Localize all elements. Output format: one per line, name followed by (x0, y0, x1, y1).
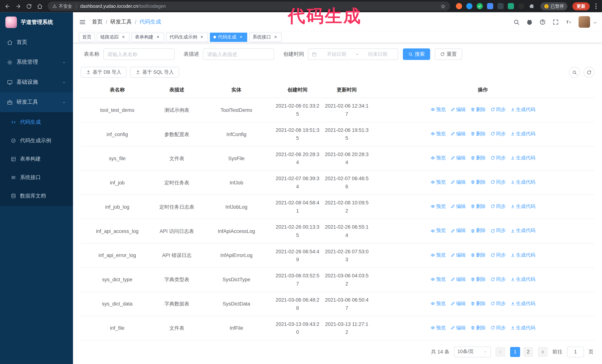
browser-reload-button[interactable] (26, 3, 32, 9)
github-button[interactable] (526, 19, 533, 25)
security-label[interactable]: 不安全 (59, 3, 72, 9)
preview-action[interactable]: 预览 (430, 227, 446, 235)
generate-code-action[interactable]: 生成代码 (510, 106, 535, 114)
edit-action[interactable]: 编辑 (450, 178, 466, 186)
delete-action[interactable]: 删除 (470, 154, 486, 162)
sync-action[interactable]: 同步 (490, 300, 506, 307)
verified-extension-icon[interactable] (476, 3, 483, 9)
create-time-range-picker[interactable]: 开始日期 - 结束日期 (308, 48, 398, 60)
preview-action[interactable]: 预览 (430, 130, 446, 138)
generate-code-action[interactable]: 生成代码 (510, 130, 535, 138)
sidebar-subitem-codegen-example[interactable]: 代码生成示例 (0, 131, 73, 150)
delete-action[interactable]: 删除 (470, 106, 486, 114)
tab-home[interactable]: 首页 (79, 32, 95, 42)
table-name-input[interactable] (103, 48, 174, 60)
goto-page-input[interactable] (567, 347, 584, 357)
delete-action[interactable]: 删除 (470, 324, 486, 332)
toggle-search-button[interactable] (569, 67, 580, 78)
generate-code-action[interactable]: 生成代码 (510, 300, 535, 307)
edit-action[interactable]: 编辑 (450, 324, 466, 332)
page-button-2[interactable]: 2 (523, 347, 533, 357)
tab-close-icon[interactable]: × (199, 34, 204, 40)
generate-code-action[interactable]: 生成代码 (510, 154, 535, 162)
sidebar-subitem-form-builder[interactable]: 表单构建 (0, 150, 73, 168)
sidebar-subitem-system-api[interactable]: 系统接口 (0, 168, 73, 187)
tab-close-icon[interactable]: × (238, 34, 244, 40)
generate-code-action[interactable]: 生成代码 (510, 227, 535, 235)
sync-action[interactable]: 同步 (490, 106, 506, 114)
sidebar-toggle-button[interactable] (79, 18, 86, 26)
sync-action[interactable]: 同步 (490, 251, 506, 259)
sidebar-subitem-codegen[interactable]: 代码生成 (0, 113, 73, 131)
import-sql-button[interactable]: 基于 SQL 导入 (130, 67, 179, 78)
delete-action[interactable]: 删除 (470, 203, 486, 210)
preview-action[interactable]: 预览 (430, 300, 446, 307)
reset-button[interactable]: 重置 (435, 48, 462, 60)
delete-action[interactable]: 删除 (470, 178, 486, 186)
app-logo[interactable]: 芋道管理系统 (0, 12, 73, 32)
tab-trace[interactable]: 链路追踪× (97, 32, 129, 42)
delete-action[interactable]: 删除 (470, 300, 486, 307)
sync-action[interactable]: 同步 (490, 324, 506, 332)
delete-action[interactable]: 删除 (470, 227, 486, 235)
sync-action[interactable]: 同步 (490, 130, 506, 138)
edit-action[interactable]: 编辑 (450, 251, 466, 259)
generate-code-action[interactable]: 生成代码 (510, 275, 535, 283)
edit-action[interactable]: 编辑 (450, 106, 466, 114)
page-button-1[interactable]: 1 (510, 347, 520, 357)
preview-action[interactable]: 预览 (430, 106, 446, 114)
edit-action[interactable]: 编辑 (450, 300, 466, 307)
prev-page-button[interactable] (495, 347, 505, 357)
sidebar-item-system[interactable]: 系统管理 (0, 52, 73, 72)
generate-code-action[interactable]: 生成代码 (510, 203, 535, 210)
preview-action[interactable]: 预览 (430, 275, 446, 283)
breadcrumb-item[interactable]: 首页 (92, 19, 103, 25)
generate-code-action[interactable]: 生成代码 (510, 178, 535, 186)
tab-close-icon[interactable]: × (121, 34, 126, 40)
sidebar-item-infra[interactable]: 基础设施 (0, 72, 73, 92)
tab-codegen-example[interactable]: 代码生成示例× (166, 32, 208, 42)
refresh-table-button[interactable] (583, 67, 594, 78)
sync-action[interactable]: 同步 (490, 203, 506, 210)
bookmark-star-icon[interactable] (440, 4, 445, 9)
edit-action[interactable]: 编辑 (450, 275, 466, 283)
leaf-extension-icon[interactable] (507, 3, 514, 9)
preview-action[interactable]: 预览 (430, 251, 446, 259)
generate-code-action[interactable]: 生成代码 (510, 251, 535, 259)
browser-back-button[interactable] (5, 3, 10, 9)
question-button[interactable] (539, 19, 546, 25)
edit-action[interactable]: 编辑 (450, 130, 466, 138)
generate-code-action[interactable]: 生成代码 (510, 324, 535, 332)
edit-action[interactable]: 编辑 (450, 203, 466, 210)
tab-codegen[interactable]: 代码生成× (210, 32, 247, 42)
search-button[interactable]: 搜索 (403, 48, 430, 60)
delete-action[interactable]: 删除 (470, 251, 486, 259)
preview-action[interactable]: 预览 (430, 178, 446, 186)
search-button[interactable] (513, 19, 520, 25)
table-desc-input[interactable] (203, 48, 274, 60)
sync-action[interactable]: 同步 (490, 227, 506, 235)
drop-extension-icon[interactable] (466, 3, 472, 9)
breadcrumb-item[interactable]: 研发工具 (110, 19, 132, 25)
browser-forward-button[interactable] (15, 3, 21, 9)
delete-action[interactable]: 删除 (470, 130, 486, 138)
browser-home-button[interactable] (37, 3, 43, 9)
sync-action[interactable]: 同步 (490, 178, 506, 186)
sync-action[interactable]: 同步 (490, 154, 506, 162)
people-extension-icon[interactable] (487, 3, 493, 9)
import-db-button[interactable]: 基于 DB 导入 (81, 67, 127, 78)
tab-close-icon[interactable]: × (273, 34, 278, 40)
fontsize-button[interactable]: TT (566, 19, 572, 25)
browser-menu-icon[interactable] (595, 3, 597, 10)
tab-form-builder[interactable]: 表单构建× (131, 32, 164, 42)
page-size-select[interactable]: 10条/页 (454, 347, 491, 357)
sidebar-item-home[interactable]: 首页 (0, 32, 73, 52)
user-menu[interactable] (579, 16, 596, 28)
edit-action[interactable]: 编辑 (450, 154, 466, 162)
paw-extension-icon[interactable] (518, 3, 524, 9)
next-page-button[interactable] (538, 347, 548, 357)
puzzle-extension-icon[interactable] (528, 3, 534, 9)
paused-badge[interactable]: 已暂停 (540, 2, 567, 10)
preview-action[interactable]: 预览 (430, 324, 446, 332)
preview-action[interactable]: 预览 (430, 154, 446, 162)
